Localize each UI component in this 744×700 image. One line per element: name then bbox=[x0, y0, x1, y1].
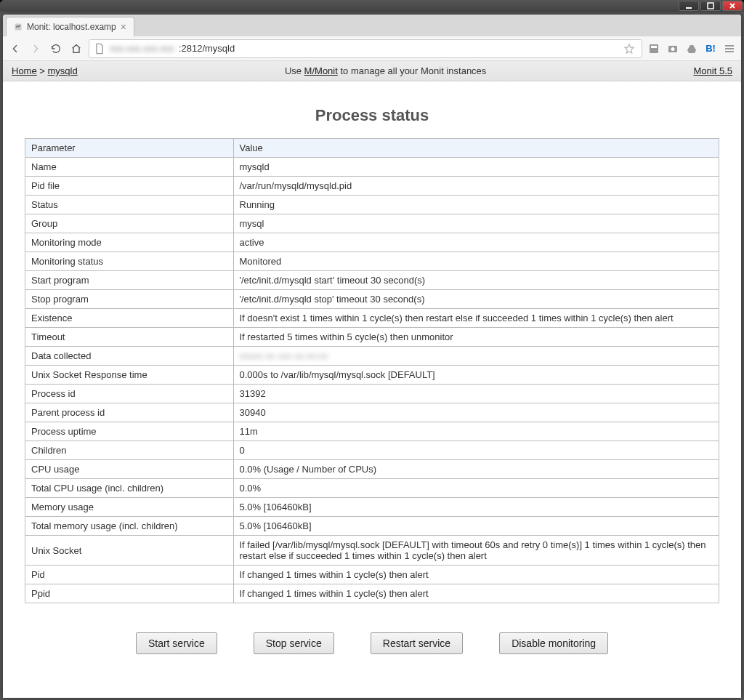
toolbar-right-icons: B! bbox=[647, 41, 737, 56]
table-row: Stop program'/etc/init.d/mysqld stop' ti… bbox=[25, 290, 719, 309]
param-value[interactable]: mysql bbox=[233, 214, 719, 233]
param-label: Children bbox=[25, 441, 234, 460]
tab-favicon-icon bbox=[14, 23, 23, 31]
breadcrumb-current-link[interactable]: mysqld bbox=[48, 65, 78, 76]
page-header: Home > mysqld Use M/Monit to manage all … bbox=[3, 61, 741, 81]
svg-rect-7 bbox=[725, 45, 734, 47]
url-input[interactable]: xxx.xxx.xxx.xxx :2812/mysqld bbox=[89, 39, 642, 58]
param-value: Running bbox=[233, 196, 719, 214]
window-title-bar bbox=[0, 0, 744, 12]
svg-rect-0 bbox=[686, 7, 692, 9]
breadcrumb: Home > mysqld bbox=[12, 65, 78, 76]
param-value: If failed [/var/lib/mysql/mysql.sock [DE… bbox=[233, 536, 719, 566]
param-label: Name bbox=[25, 158, 234, 177]
table-row: Start program'/etc/init.d/mysqld start' … bbox=[25, 271, 719, 290]
drive-icon[interactable] bbox=[684, 41, 699, 56]
table-row: Children0 bbox=[25, 441, 719, 460]
param-value: If doesn't exist 1 times within 1 cycle(… bbox=[233, 309, 719, 328]
window-minimize-button[interactable] bbox=[679, 1, 699, 11]
table-row: PidIf changed 1 times within 1 cycle(s) … bbox=[25, 566, 719, 584]
url-host-blurred: xxx.xxx.xxx.xxx bbox=[110, 43, 174, 54]
param-value: 30940 bbox=[233, 403, 719, 422]
param-value: active bbox=[233, 233, 719, 252]
home-button[interactable] bbox=[68, 41, 84, 57]
param-label: Parent process id bbox=[25, 403, 234, 422]
param-label: Monitoring mode bbox=[25, 233, 234, 252]
window-close-button[interactable] bbox=[722, 1, 743, 11]
promo-link[interactable]: M/Monit bbox=[304, 65, 338, 76]
param-label: Process id bbox=[25, 385, 234, 403]
param-value: 0 bbox=[233, 441, 719, 460]
window-controls bbox=[679, 1, 743, 11]
param-value: '/etc/init.d/mysqld stop' timeout 30 sec… bbox=[233, 290, 719, 309]
start-service-button[interactable]: Start service bbox=[136, 632, 217, 654]
param-label: Total memory usage (incl. children) bbox=[25, 517, 234, 536]
table-row: Pid file/var/run/mysqld/mysqld.pid bbox=[25, 177, 719, 196]
param-value: If restarted 5 times within 5 cycle(s) t… bbox=[233, 328, 719, 347]
param-label: CPU usage bbox=[25, 460, 234, 479]
svg-rect-3 bbox=[650, 44, 658, 53]
table-row: Total memory usage (incl. children)5.0% … bbox=[25, 517, 719, 536]
forward-button[interactable] bbox=[28, 41, 44, 57]
param-label: Start program bbox=[25, 271, 234, 290]
table-row: CPU usage0.0% (Usage / Number of CPUs) bbox=[25, 460, 719, 479]
param-value: 11m bbox=[233, 422, 719, 441]
param-label: Status bbox=[25, 196, 234, 214]
param-label: Pid bbox=[25, 566, 234, 584]
param-label: Total CPU usage (incl. children) bbox=[25, 479, 234, 498]
param-value: /var/run/mysqld/mysqld.pid bbox=[233, 177, 719, 196]
menu-icon[interactable] bbox=[722, 41, 737, 56]
promo-text: Use M/Monit to manage all your Monit ins… bbox=[78, 65, 694, 76]
param-value: 0.000s to /var/lib/mysql/mysql.sock [DEF… bbox=[233, 366, 719, 385]
tab-close-icon[interactable]: × bbox=[121, 22, 126, 32]
reload-button[interactable] bbox=[48, 41, 64, 57]
table-row: Unix Socket Response time0.000s to /var/… bbox=[25, 366, 719, 385]
param-value: 31392 bbox=[233, 385, 719, 403]
table-row: PpidIf changed 1 times within 1 cycle(s)… bbox=[25, 584, 719, 603]
param-value: 5.0% [106460kB] bbox=[233, 517, 719, 536]
version-link[interactable]: Monit 5.5 bbox=[694, 65, 732, 76]
param-label: Pid file bbox=[25, 177, 234, 196]
table-row: Unix SocketIf failed [/var/lib/mysql/mys… bbox=[25, 536, 719, 566]
window-maximize-button[interactable] bbox=[700, 1, 721, 11]
table-row: Total CPU usage (incl. children)0.0% bbox=[25, 479, 719, 498]
param-value: If changed 1 times within 1 cycle(s) the… bbox=[233, 566, 719, 584]
param-label: Stop program bbox=[25, 290, 234, 309]
service-button-row: Start service Stop service Restart servi… bbox=[25, 632, 719, 654]
param-label: Memory usage bbox=[25, 498, 234, 517]
svg-rect-9 bbox=[725, 51, 734, 52]
camera-icon[interactable] bbox=[666, 41, 680, 56]
table-row: Monitoring modeactive bbox=[25, 233, 719, 252]
param-label: Process uptime bbox=[25, 422, 234, 441]
param-value: '/etc/init.d/mysqld start' timeout 30 se… bbox=[233, 271, 719, 290]
star-icon[interactable] bbox=[621, 41, 637, 57]
table-row: Data collectedxxxxx xx xxx xx:xx:xx bbox=[25, 347, 719, 366]
table-row: Parent process id30940 bbox=[25, 403, 719, 422]
back-button[interactable] bbox=[7, 41, 23, 57]
param-label: Group bbox=[25, 214, 234, 233]
tab-strip: Monit: localhost.examp × bbox=[3, 15, 741, 36]
hatena-icon[interactable]: B! bbox=[703, 41, 718, 56]
table-row: Monitoring statusMonitored bbox=[25, 252, 719, 271]
restart-service-button[interactable]: Restart service bbox=[371, 632, 463, 654]
address-bar: xxx.xxx.xxx.xxx :2812/mysqld B! bbox=[3, 36, 741, 61]
param-label: Existence bbox=[25, 309, 234, 328]
extension-icon[interactable] bbox=[647, 41, 661, 56]
browser-tab[interactable]: Monit: localhost.examp × bbox=[6, 17, 134, 36]
param-value: 0.0% (Usage / Number of CPUs) bbox=[233, 460, 719, 479]
disable-monitoring-button[interactable]: Disable monitoring bbox=[499, 632, 608, 654]
svg-rect-8 bbox=[725, 48, 734, 49]
status-table: Parameter Value NamemysqldPid file/var/r… bbox=[25, 138, 719, 603]
table-row: Memory usage5.0% [106460kB] bbox=[25, 498, 719, 517]
table-row: TimeoutIf restarted 5 times within 5 cyc… bbox=[25, 328, 719, 347]
table-row: Namemysqld bbox=[25, 158, 719, 177]
breadcrumb-home-link[interactable]: Home bbox=[12, 65, 37, 76]
stop-service-button[interactable]: Stop service bbox=[254, 632, 334, 654]
svg-rect-4 bbox=[651, 46, 657, 48]
svg-point-6 bbox=[671, 47, 675, 51]
promo-pre: Use bbox=[285, 65, 304, 76]
col-header-parameter: Parameter bbox=[25, 139, 234, 158]
svg-rect-1 bbox=[708, 3, 713, 9]
page-icon bbox=[94, 43, 105, 55]
page-body: Process status Parameter Value Namemysql… bbox=[3, 81, 741, 676]
